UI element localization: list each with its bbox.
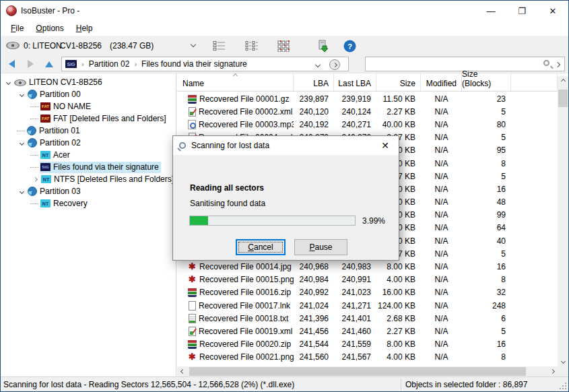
- back-button[interactable]: [5, 58, 18, 70]
- drive-selector-label[interactable]: 0: LITEON: [24, 41, 62, 51]
- tree-item-label: Partition 03: [40, 187, 81, 196]
- vertical-scrollbar[interactable]: [558, 76, 568, 366]
- search-input[interactable]: [367, 58, 539, 70]
- breadcrumb-segment[interactable]: Files found via their signature: [141, 59, 247, 69]
- maximize-button[interactable]: ❐: [506, 1, 537, 21]
- tree-item-partition-03[interactable]: Partition 03: [1, 185, 176, 197]
- file-modified: N/A: [421, 275, 462, 284]
- menu-item-file[interactable]: File: [5, 22, 30, 34]
- list-details-icon[interactable]: [211, 38, 227, 53]
- plain-file-icon: [189, 301, 196, 311]
- column-header-size[interactable]: Size: [376, 73, 421, 91]
- tree-item-liteon-cv1-8b256[interactable]: LITEON CV1-8B256: [1, 76, 176, 88]
- chevron-down-icon[interactable]: [17, 93, 27, 96]
- image-file-icon: ✱: [188, 352, 197, 362]
- text-file-icon: [189, 314, 196, 323]
- file-list-header: NameLBALast LBASizeModifiedSize (Blocks): [177, 73, 558, 92]
- breadcrumb[interactable]: SIG ›Partition 02›Files found via their …: [61, 57, 349, 71]
- scroll-up-button[interactable]: [558, 76, 568, 86]
- breadcrumb-separator-icon: ›: [134, 60, 137, 68]
- tree-item-content: Partition 01: [26, 125, 82, 137]
- file-modified: N/A: [421, 185, 462, 194]
- column-header-size-blocks[interactable]: Size (Blocks): [462, 73, 511, 91]
- dialog-close-button[interactable]: ✕: [372, 140, 399, 151]
- table-row[interactable]: Recovered File 00019.xml241,456241,4602.…: [177, 325, 558, 337]
- table-row[interactable]: Recovered File 00018.txt241,396241,4012.…: [177, 312, 558, 325]
- menu-item-help[interactable]: Help: [70, 22, 99, 34]
- xml-file-icon: [189, 107, 196, 117]
- file-modified: N/A: [421, 249, 462, 259]
- list-columns-icon[interactable]: [243, 38, 259, 53]
- tree-item-no-name[interactable]: FATNO NAME: [1, 100, 176, 112]
- pause-button[interactable]: Pause: [294, 239, 347, 255]
- horizontal-scrollbar[interactable]: [177, 366, 558, 377]
- tree-item-label: Recovery: [53, 199, 88, 208]
- column-header-lba[interactable]: LBA: [294, 73, 334, 91]
- drive-selector-model[interactable]: CV1-8B256: [60, 41, 102, 51]
- go-arrow-icon: [332, 62, 337, 67]
- help-icon[interactable]: ?: [341, 38, 358, 53]
- scroll-right-button[interactable]: [547, 366, 558, 377]
- table-row[interactable]: Recovered File 00001.gz239,897239,91911.…: [177, 92, 558, 105]
- column-header-modified[interactable]: Modified: [421, 73, 462, 91]
- tree-item-acer[interactable]: NTAcer: [1, 149, 176, 161]
- table-row[interactable]: ✱Recovered File 00021.png241,560241,5674…: [177, 351, 558, 364]
- chevron-down-icon[interactable]: [17, 190, 27, 193]
- cancel-button[interactable]: Cancel: [236, 239, 286, 255]
- tree-item-content: NTAcer: [40, 150, 72, 161]
- up-icon: [45, 61, 53, 67]
- tree-item-fat-deleted-files-and-folders[interactable]: FATFAT [Deleted Files and Folders]: [1, 112, 176, 125]
- drive-icon: [14, 79, 26, 86]
- tree-item-content: LITEON CV1-8B256: [13, 77, 104, 88]
- column-header-label: Modified: [426, 79, 457, 88]
- scroll-left-button[interactable]: [177, 366, 188, 377]
- tree-connector: [30, 155, 38, 156]
- table-row[interactable]: Recovered File 00002.xml240,120240,1242.…: [177, 105, 558, 118]
- chevron-right-icon[interactable]: [30, 178, 40, 181]
- chevron-down-icon[interactable]: [315, 62, 321, 67]
- menu-item-label: Options: [36, 24, 63, 33]
- ntfs-icon: NT: [40, 199, 51, 207]
- tree-item-partition-02[interactable]: Partition 02: [1, 137, 176, 149]
- file-modified: N/A: [421, 145, 462, 155]
- tree-item-ntfs-deleted-files-and-folders[interactable]: NTNTFS [Deleted Files and Folders]: [1, 173, 176, 185]
- table-row[interactable]: Recovered File 00016.zip240,992241,02316…: [177, 286, 558, 299]
- file-lba: 240,992: [294, 288, 334, 297]
- tree-selection-highlight: SIGFiles found via their signature: [40, 162, 161, 173]
- table-row[interactable]: ✱Recovered File 00014.jpg240,968240,9838…: [177, 260, 558, 273]
- vertical-scrollbar-thumb[interactable]: [558, 90, 568, 107]
- table-row[interactable]: Recovered File 00017.lnk241,024241,27112…: [177, 299, 558, 312]
- file-size: 2.27 KB: [376, 107, 421, 117]
- minimize-button[interactable]: —: [475, 1, 506, 21]
- progress-bar-fill: [190, 216, 208, 225]
- file-last-lba: 241,460: [334, 327, 376, 336]
- tree-item-partition-00[interactable]: Partition 00: [1, 88, 176, 100]
- forward-button[interactable]: [24, 58, 37, 70]
- table-row[interactable]: ✱Recovered File 00015.png240,984240,9914…: [177, 273, 558, 286]
- scroll-down-button[interactable]: [558, 356, 568, 366]
- tree-item-files-found-via-their-signature[interactable]: SIGFiles found via their signature: [1, 161, 176, 173]
- chevron-right-icon[interactable]: [555, 62, 560, 67]
- menu-item-options[interactable]: Options: [30, 22, 69, 34]
- table-row[interactable]: Recovered File 00020.zip241,544241,5598.…: [177, 338, 558, 351]
- close-button[interactable]: ✕: [537, 1, 568, 21]
- go-button[interactable]: [329, 59, 340, 70]
- resize-grip-icon[interactable]: [565, 383, 566, 384]
- table-row[interactable]: Recovered File 00003.mp3240,192240,27140…: [177, 118, 558, 131]
- drive-selector-capacity[interactable]: (238.47 GB): [110, 41, 154, 51]
- file-size: 124.00 KB: [376, 301, 421, 311]
- chevron-down-icon[interactable]: [3, 81, 13, 84]
- chevron-down-icon[interactable]: [17, 141, 27, 145]
- tree-item-recovery[interactable]: NTRecovery: [1, 197, 176, 209]
- breadcrumb-segment[interactable]: Partition 02: [89, 59, 130, 69]
- up-button[interactable]: [42, 58, 56, 70]
- grid-tiles-icon[interactable]: [275, 38, 292, 53]
- horizontal-scrollbar-thumb[interactable]: [189, 367, 526, 376]
- column-header-name[interactable]: Name: [177, 73, 294, 91]
- column-header-last-lba[interactable]: Last LBA: [334, 73, 376, 91]
- search-icon: [543, 60, 549, 66]
- tree-connector: [30, 167, 38, 168]
- chevron-down-icon[interactable]: [191, 42, 196, 47]
- tree-item-partition-01[interactable]: Partition 01: [1, 125, 176, 137]
- extract-drive-icon[interactable]: [314, 38, 331, 53]
